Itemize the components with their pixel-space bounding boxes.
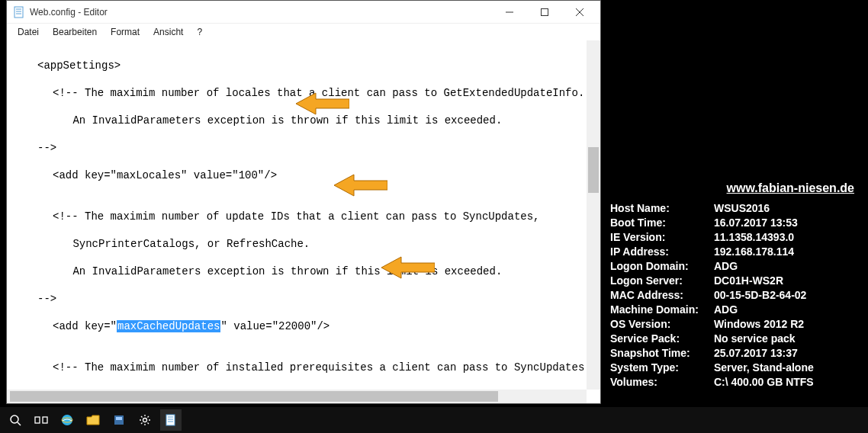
code-line: An InvalidParameters exception is thrown…: [22, 114, 600, 127]
scroll-thumb[interactable]: [10, 391, 498, 402]
info-label: System Type:: [610, 361, 714, 375]
svg-point-11: [11, 415, 18, 423]
menu-file[interactable]: Datei: [11, 25, 45, 39]
selected-text: maxCachedUpdates: [117, 320, 220, 332]
info-value: 11.1358.14393.0: [714, 230, 862, 245]
svg-rect-14: [43, 417, 47, 423]
task-view-icon[interactable]: [31, 409, 52, 431]
info-row: Service Pack:No service pack: [610, 332, 862, 346]
menu-format[interactable]: Format: [104, 25, 146, 39]
info-value: WSUS2016: [714, 201, 862, 216]
settings-icon[interactable]: [134, 409, 156, 431]
notepad-file-icon: [13, 6, 25, 18]
info-value: ADG: [714, 259, 862, 274]
editor-textarea[interactable]: <appSettings> <!-- The maximim number of…: [7, 40, 600, 403]
menu-help[interactable]: ?: [191, 25, 208, 39]
code-line: An InvalidParameters exception is thrown…: [22, 265, 600, 278]
info-row: IE Version:11.1358.14393.0: [610, 230, 862, 245]
info-label: Machine Domain:: [610, 303, 714, 317]
info-label: MAC Address:: [610, 288, 714, 303]
info-value: ADG: [714, 303, 862, 317]
info-rows: Host Name:WSUS2016Boot Time:16.07.2017 1…: [610, 201, 862, 390]
file-explorer-icon[interactable]: [82, 409, 104, 431]
editor-window: Web.config - Editor Datei Bearbeiten For…: [6, 0, 601, 404]
system-info-panel: www.fabian-niesen.de Host Name:WSUS2016B…: [610, 181, 862, 390]
info-row: Snapshot Time:25.07.2017 13:37: [610, 346, 862, 361]
svg-point-19: [143, 419, 147, 422]
info-label: Logon Domain:: [610, 259, 714, 274]
svg-rect-13: [35, 417, 40, 423]
info-value: 25.07.2017 13:37: [714, 346, 862, 361]
info-label: Snapshot Time:: [610, 346, 714, 361]
info-row: System Type:Server, Stand-alone: [610, 361, 862, 375]
info-value: No service pack: [714, 332, 862, 346]
code-line: -->: [22, 141, 600, 155]
info-label: IE Version:: [610, 230, 714, 245]
code-line: <add key="maxCachedUpdates" value="22000…: [22, 319, 600, 333]
notepad-taskbar-icon[interactable]: [160, 409, 182, 431]
info-row: MAC Address:00-15-5D-B2-64-02: [610, 288, 862, 303]
window-title: Web.config - Editor: [30, 7, 492, 18]
code-line: <!-- The maximim number of update IDs th…: [22, 210, 600, 223]
svg-rect-18: [116, 417, 122, 420]
scroll-thumb[interactable]: [588, 147, 599, 193]
svg-rect-5: [542, 8, 548, 15]
horizontal-scrollbar[interactable]: [7, 390, 587, 403]
code-line: <add key="maxLocales" value="100"/>: [22, 168, 600, 182]
info-row: Boot Time:16.07.2017 13:53: [610, 216, 862, 230]
info-value: C:\ 400.00 GB NTFS: [714, 375, 862, 390]
menu-view[interactable]: Ansicht: [147, 25, 189, 39]
maximize-button[interactable]: [527, 1, 562, 24]
svg-line-12: [18, 422, 21, 425]
info-row: Machine Domain:ADG: [610, 303, 862, 317]
info-row: Logon Server:DC01H-WS2R: [610, 274, 862, 288]
info-label: Boot Time:: [610, 216, 714, 230]
close-button[interactable]: [562, 1, 597, 24]
info-value: DC01H-WS2R: [714, 274, 862, 288]
search-icon[interactable]: [5, 409, 26, 431]
info-label: Host Name:: [610, 201, 714, 216]
info-value: Windows 2012 R2: [714, 317, 862, 332]
server-manager-icon[interactable]: [108, 409, 130, 431]
ie-icon[interactable]: [56, 409, 78, 431]
info-label: Volumes:: [610, 375, 714, 390]
info-label: IP Address:: [610, 245, 714, 259]
info-row: Volumes:C:\ 400.00 GB NTFS: [610, 375, 862, 390]
info-row: OS Version:Windows 2012 R2: [610, 317, 862, 332]
code-line: <appSettings>: [22, 59, 600, 72]
vertical-scrollbar[interactable]: [587, 40, 600, 390]
info-value: 16.07.2017 13:53: [714, 216, 862, 230]
info-row: IP Address:192.168.178.114: [610, 245, 862, 259]
info-url[interactable]: www.fabian-niesen.de: [610, 181, 862, 195]
svg-rect-0: [14, 7, 23, 18]
info-value: Server, Stand-alone: [714, 361, 862, 375]
info-label: Service Pack:: [610, 332, 714, 346]
info-label: Logon Server:: [610, 274, 714, 288]
code-line: -->: [22, 292, 600, 306]
code-line: <!-- The maximim number of locales that …: [22, 86, 600, 100]
menubar: Datei Bearbeiten Format Ansicht ?: [7, 24, 600, 40]
titlebar[interactable]: Web.config - Editor: [7, 1, 600, 24]
info-row: Host Name:WSUS2016: [610, 201, 862, 216]
code-line: SyncPrinterCatalogs, or RefreshCache.: [22, 237, 600, 251]
info-value: 192.168.178.114: [714, 245, 862, 259]
svg-rect-20: [166, 415, 175, 425]
info-label: OS Version:: [610, 317, 714, 332]
minimize-button[interactable]: [492, 1, 527, 24]
menu-edit[interactable]: Bearbeiten: [47, 25, 103, 39]
taskbar: [0, 407, 868, 433]
info-row: Logon Domain:ADG: [610, 259, 862, 274]
code-line: <!-- The maximim number of installed pre…: [22, 361, 600, 374]
info-value: 00-15-5D-B2-64-02: [714, 288, 862, 303]
